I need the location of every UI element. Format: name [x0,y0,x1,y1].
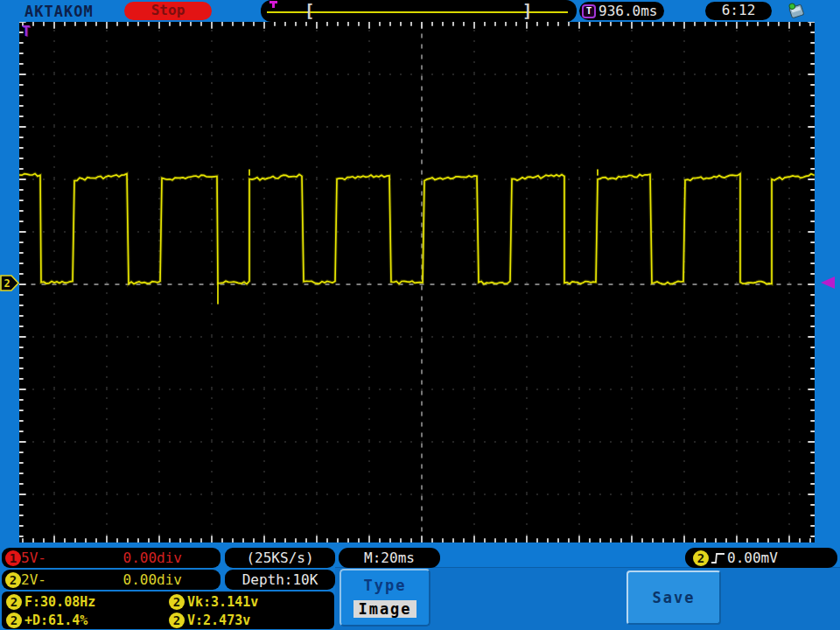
ch2-scale: 2V- [21,571,46,588]
acquisition-status-badge: Stop [124,2,212,20]
sample-rate-value: (25KS/s) [246,550,313,566]
sample-rate-badge: (25KS/s) [225,548,335,568]
oscilloscope-screenshot: { "header": { "brand": "AKTAKOM", "acq_s… [0,0,840,630]
meas-ch-chip: 2 [169,612,185,628]
trigger-level-badge: 2 0.00mV [685,548,837,568]
save-button[interactable]: Save [626,570,721,625]
ch1-scale: 5V- [21,550,46,566]
meas-ch-chip: 2 [6,612,22,628]
meas-ch-chip: 2 [169,594,185,610]
measurement-vrms: 2 V:2.473v [164,612,334,628]
meas-value: +D:61.4% [24,612,88,628]
trigger-level-value: 0.00mV [727,550,778,566]
ch1-status-badge: 1 5V- 0.00div [2,548,220,568]
meas-value: Vk:3.141v [187,594,258,610]
memory-depth-value: Depth:10K [242,571,318,588]
window-right-bracket: ] [522,0,532,22]
trigger-level-arrow-icon[interactable] [819,276,836,290]
waveform-plot [19,22,815,542]
usb-disk-icon [787,2,806,19]
trigger-position-marker-icon [270,0,278,9]
type-softkey-button[interactable]: Type Image [340,569,430,626]
measurements-panel: 2 F:30.08Hz 2 Vk:3.141v 2 +D:61.4% 2 V:2… [2,592,334,629]
timebase-badge: M:20ms [339,548,440,568]
ch2-position: 0.00div [46,571,220,588]
top-status-bar: AKTAKOM Stop [ ] T 936.0ms 6:12 [0,0,840,22]
timebase-value: M:20ms [364,550,415,566]
trigger-source-chip: 2 [693,550,709,566]
measurement-frequency: 2 F:30.08Hz [2,594,164,610]
type-button-value: Image [354,600,416,618]
bottom-status-area: 1 5V- 0.00div 2 2V- 0.00div (25KS/s) Dep… [0,547,840,630]
ch1-position: 0.00div [46,550,220,566]
scope-display [19,22,815,542]
rising-edge-icon [710,551,726,565]
ch2-number-chip: 2 [5,572,21,588]
trigger-position-bar: [ ] [261,0,577,22]
trigger-corner-mark: T [22,23,31,39]
channel2-marker-label: 2 [4,277,10,290]
ch2-status-badge: 2 2V- 0.00div [2,570,220,590]
trigger-t-icon: T [582,4,596,18]
measurement-vk: 2 Vk:3.141v [164,594,334,610]
window-left-bracket: [ [304,0,314,22]
type-button-label: Type [341,577,429,594]
trigger-time-badge: T 936.0ms [579,2,664,20]
meas-value: F:30.08Hz [24,594,95,610]
memory-depth-badge: Depth:10K [225,570,335,590]
meas-ch-chip: 2 [6,594,22,610]
measurement-duty: 2 +D:61.4% [2,612,164,628]
clock: 6:12 [705,2,772,20]
trigger-time-value: 936.0ms [598,3,657,19]
meas-value: V:2.473v [187,612,250,628]
ch1-number-chip: 1 [5,550,21,566]
brand-logo: AKTAKOM [24,3,94,20]
channel2-level-marker[interactable]: 2 [0,275,20,291]
